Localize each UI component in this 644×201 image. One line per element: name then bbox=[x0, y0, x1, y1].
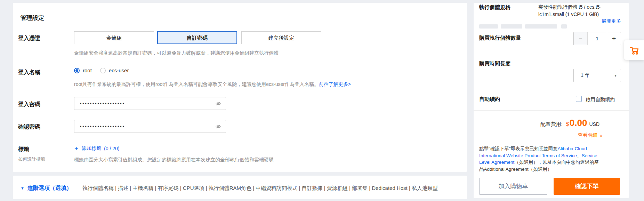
eye-off-icon[interactable] bbox=[215, 100, 222, 107]
advanced-options-bar: ▼ 進階選項（選填） 執行個體名稱 | 描述 | 主機名稱 | 有序尾碼 | C… bbox=[13, 176, 467, 199]
currency-code: USD bbox=[589, 121, 599, 127]
root-radio-label: root bbox=[83, 67, 92, 73]
chevron-up-icon: ∧ bbox=[600, 134, 602, 137]
login-credential-label: 登入憑證 bbox=[18, 35, 40, 42]
triangle-down-icon[interactable]: ▼ bbox=[21, 186, 24, 190]
learn-more-link[interactable]: 前往了解更多> bbox=[319, 81, 351, 87]
config-fee-amount: 0.00 bbox=[570, 118, 587, 128]
login-name-radio-group: root ecs-user bbox=[74, 67, 129, 73]
auto-renew-checkbox-label: 啟用自動續約 bbox=[586, 97, 615, 103]
expand-more-link[interactable]: 展開更多 bbox=[602, 18, 621, 24]
instance-spec-label: 執行個體規格 bbox=[479, 4, 510, 11]
confirm-order-button[interactable]: 確認下單 bbox=[554, 178, 620, 195]
instance-spec-value: 突發性能執行個體 t5 / ecs.t5- lc1m1.small (1 vCP… bbox=[538, 3, 613, 18]
ecs-user-radio-label: ecs-user bbox=[109, 67, 129, 73]
login-name-label: 登入名稱 bbox=[18, 69, 40, 76]
order-summary-sidebar: 執行個體規格 突發性能執行個體 t5 / ecs.t5- lc1m1.small… bbox=[474, 3, 629, 198]
auto-renew-checkbox[interactable] bbox=[576, 96, 582, 102]
quantity-decrease-button[interactable]: − bbox=[574, 32, 588, 45]
confirm-password-value: •••••••••••••••••• bbox=[80, 124, 125, 129]
plus-icon: + bbox=[74, 145, 78, 152]
how-to-design-tags-link[interactable]: 如何設計標籤 bbox=[18, 156, 45, 162]
add-tag-text: 添加標籤 bbox=[82, 145, 101, 152]
management-settings-panel: 管理設定 登入憑證 金鑰組 自訂密碼 建立後設定 金鑰組安全強度遠高於常規自訂密… bbox=[13, 3, 467, 172]
quantity-label: 購買執行個體數量 bbox=[479, 35, 521, 41]
duration-label: 購買時間長度 bbox=[479, 61, 510, 67]
confirm-password-label: 確認密碼 bbox=[18, 123, 40, 131]
eye-off-icon[interactable] bbox=[215, 123, 222, 130]
login-name-hint: root具有作業系統的最高許可權，使用root作為登入名稱可能會導致安全風險，建… bbox=[74, 81, 351, 88]
spec-line-2: lc1m1.small (1 vCPU 1 GiB) bbox=[538, 11, 613, 18]
quantity-stepper: − 1 + bbox=[573, 32, 621, 45]
login-password-value: •••••••••••••••••• bbox=[80, 101, 125, 106]
tag-count: (0 / 20) bbox=[104, 146, 119, 151]
config-fee-row: 配置費用: $ 0.00 USD bbox=[540, 118, 599, 128]
agreement-text: 點擊"確認下單"即表示您已知悉並同意Alibaba Cloud Internat… bbox=[479, 145, 602, 172]
config-fee-label: 配置費用: bbox=[540, 121, 563, 128]
credential-keypair-button[interactable]: 金鑰組 bbox=[74, 31, 154, 44]
advanced-options-toggle[interactable]: 進階選項（選填） bbox=[27, 185, 72, 192]
advanced-options-row: ▼ 進階選項（選填） 執行個體名稱 | 描述 | 主機名稱 | 有序尾碼 | C… bbox=[13, 176, 467, 199]
chevron-down-icon: ▾ bbox=[614, 73, 617, 78]
sidebar-divider bbox=[474, 110, 629, 111]
advanced-options-items: 執行個體名稱 | 描述 | 主機名稱 | 有序尾碼 | CPU選項 | 執行個體… bbox=[82, 185, 438, 192]
shopping-cart-icon bbox=[629, 45, 640, 56]
add-to-cart-button[interactable]: 加入購物車 bbox=[479, 178, 547, 195]
quantity-value[interactable]: 1 bbox=[588, 32, 607, 45]
section-title: 管理設定 bbox=[21, 14, 44, 22]
view-details-text: 查看明細 bbox=[578, 132, 597, 138]
ecs-user-radio[interactable] bbox=[100, 68, 106, 73]
credential-custom-password-button[interactable]: 自訂密碼 bbox=[157, 31, 237, 44]
tags-label: 標籤 bbox=[18, 146, 29, 153]
spec-line-1: 突發性能執行個體 t5 / ecs.t5- bbox=[538, 3, 613, 11]
currency-symbol: $ bbox=[566, 121, 569, 127]
add-tag-link[interactable]: + 添加標籤 (0 / 20) bbox=[74, 145, 119, 152]
quantity-increase-button[interactable]: + bbox=[607, 32, 621, 45]
floating-cart-button[interactable] bbox=[624, 40, 644, 60]
login-password-field[interactable]: •••••••••••••••••• bbox=[74, 97, 226, 110]
duration-value: 1 年 bbox=[581, 72, 590, 79]
credential-set-after-creation-button[interactable]: 建立後設定 bbox=[241, 31, 321, 44]
login-password-label: 登入密碼 bbox=[18, 101, 40, 108]
view-details-link[interactable]: 查看明細∧ bbox=[578, 132, 602, 138]
root-radio[interactable] bbox=[74, 68, 80, 73]
tags-hint: 標籤由區分大小寫索引值對組成。您設定的標籤將應用在本次建立的全部執行個體和雲端硬… bbox=[74, 157, 274, 163]
auto-renew-label: 自動續約 bbox=[479, 96, 500, 103]
duration-select[interactable]: 1 年 ▾ bbox=[573, 69, 621, 82]
ecs-purchase-page: 管理設定 登入憑證 金鑰組 自訂密碼 建立後設定 金鑰組安全強度遠高於常規自訂密… bbox=[0, 0, 644, 201]
credential-hint: 金鑰組安全強度遠高於常規自訂密碼，可以避免暴力破解威脅，建議您使用金鑰組建立執行… bbox=[74, 50, 279, 56]
confirm-password-field[interactable]: •••••••••••••••••• bbox=[74, 120, 226, 133]
